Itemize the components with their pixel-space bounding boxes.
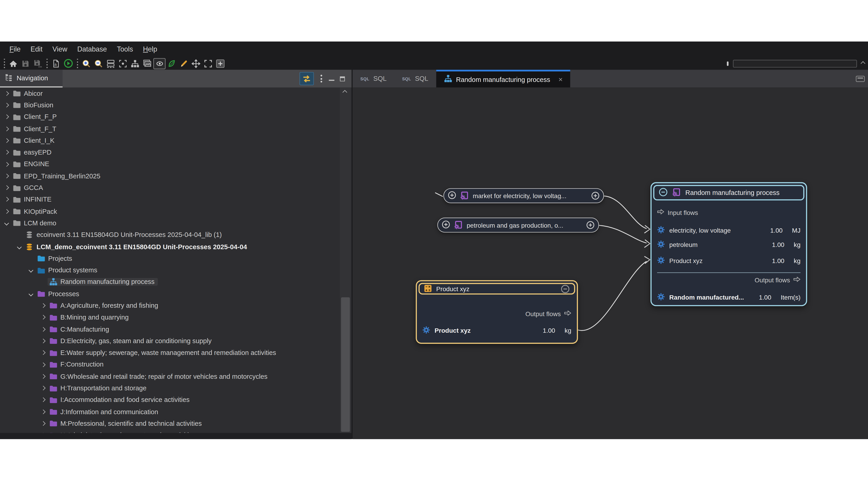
menu-view[interactable]: View	[48, 44, 72, 55]
hierarchy-icon[interactable]	[129, 58, 141, 69]
flow-row[interactable]: Random manufactured...1.00Item(s)	[652, 292, 806, 303]
tree-item[interactable]: KIOptiPack	[0, 205, 339, 217]
tree-chevron-icon[interactable]	[2, 115, 11, 118]
expand-right-icon[interactable]	[586, 221, 594, 229]
tree-chevron-icon[interactable]	[2, 174, 11, 178]
tree-chevron-icon[interactable]	[27, 292, 35, 296]
drag-handle-icon[interactable]	[727, 61, 728, 66]
scrollbar-thumb[interactable]	[341, 297, 350, 432]
tree-item[interactable]: Abicor	[0, 87, 339, 99]
node-header[interactable]: Random manufacturing process	[653, 185, 804, 201]
flow-row[interactable]: electricity, low voltage1.00MJ	[652, 225, 806, 236]
scrollbar-up-icon[interactable]	[343, 90, 347, 95]
edit-icon[interactable]	[178, 58, 190, 69]
tree-item[interactable]: F:Construction	[0, 359, 339, 370]
collapse-icon[interactable]	[659, 187, 668, 198]
tree-chevron-icon[interactable]	[2, 221, 11, 225]
tree-item[interactable]: Client_F_P	[0, 111, 339, 123]
flow-row[interactable]: Product xyz1.00kg	[417, 325, 577, 336]
editor-tab-random-manufacturing-process[interactable]: Random manufacturing process×	[436, 70, 570, 87]
tree-item[interactable]: I:Accommodation and food service activit…	[0, 394, 339, 406]
add-icon[interactable]	[214, 58, 226, 69]
maximize-panel-icon[interactable]	[340, 76, 345, 81]
tree-chevron-icon[interactable]	[2, 186, 11, 189]
move-icon[interactable]	[190, 58, 202, 69]
tree-item[interactable]: N:Administrative and support service act…	[0, 429, 339, 433]
tree-item[interactable]: Product systems	[0, 264, 339, 276]
tree-item[interactable]: D:Electricity, gas, steam and air condit…	[0, 335, 339, 347]
tree-item[interactable]: C:Manufacturing	[0, 323, 339, 335]
close-tab-icon[interactable]: ×	[558, 76, 563, 84]
tree-chevron-icon[interactable]	[2, 162, 11, 166]
tree-item[interactable]: G:Wholesale and retail trade; repair of …	[0, 370, 339, 382]
tree-chevron-icon[interactable]	[39, 375, 48, 378]
tree-item[interactable]: E:Water supply; sewerage, waste manageme…	[0, 347, 339, 359]
tree-chevron-icon[interactable]	[2, 151, 11, 154]
tree-chevron-icon[interactable]	[2, 210, 11, 213]
tree-item[interactable]: A:Agriculture, forestry and fishing	[0, 300, 339, 311]
export-report-icon[interactable]: a	[50, 58, 62, 69]
tree-chevron-icon[interactable]	[2, 198, 11, 201]
zoom-out-icon[interactable]	[92, 58, 104, 69]
tree-vertical-scrollbar[interactable]	[340, 87, 351, 433]
save-all-icon[interactable]	[32, 58, 44, 69]
tab-navigation[interactable]: Navigation	[0, 70, 63, 87]
tree-item[interactable]: INFINITE	[0, 193, 339, 205]
home-icon[interactable]	[7, 58, 20, 69]
expand-left-icon[interactable]	[448, 191, 456, 201]
tree-item[interactable]: Projects	[0, 252, 339, 264]
menu-tools[interactable]: Tools	[112, 44, 138, 55]
editor-tab-sql[interactable]: SQLSQL	[394, 70, 436, 87]
menu-edit[interactable]: Edit	[26, 44, 48, 55]
flow-row[interactable]: Product xyz1.00kg	[652, 255, 806, 266]
center-focus-icon[interactable]	[117, 58, 129, 69]
save-icon[interactable]	[19, 58, 32, 69]
tree-item[interactable]: EPD_Training_Berlin2025	[0, 170, 339, 182]
tree-chevron-icon[interactable]	[39, 304, 48, 307]
tree-item[interactable]: Processes	[0, 288, 339, 300]
zoom-in-icon[interactable]	[80, 58, 93, 69]
tree-chevron-icon[interactable]	[39, 422, 48, 425]
node-market-electricity[interactable]: market for electricity, low voltag...	[443, 188, 604, 203]
tree-chevron-icon[interactable]	[2, 139, 11, 142]
tree-item[interactable]: easyEPD	[0, 146, 339, 158]
tree-item[interactable]: B:Mining and quarrying	[0, 311, 339, 323]
tree-item[interactable]: Client_F_T	[0, 123, 339, 134]
toolbar-overflow-icon[interactable]	[861, 61, 865, 66]
tree-item[interactable]: GCCA	[0, 182, 339, 193]
sustainability-icon[interactable]	[165, 58, 178, 69]
tree-chevron-icon[interactable]	[2, 127, 11, 130]
tree-chevron-icon[interactable]	[27, 269, 35, 272]
menu-database[interactable]: Database	[72, 44, 112, 55]
model-graph-canvas[interactable]: market for electricity, low voltag... pe…	[353, 87, 868, 439]
node-petroleum-production[interactable]: petroleum and gas production, o...	[437, 218, 599, 233]
link-with-editor-button[interactable]	[300, 72, 314, 85]
show-elements-icon[interactable]	[153, 58, 166, 69]
tree-chevron-icon[interactable]	[39, 316, 48, 319]
tree-horizontal-scrollbar[interactable]	[0, 433, 351, 439]
minimize-editor-icon[interactable]	[856, 76, 865, 82]
layout-icon[interactable]	[104, 58, 117, 69]
collapse-icon[interactable]	[561, 284, 569, 293]
tree-item[interactable]: J:Information and communication	[0, 406, 339, 418]
expand-right-icon[interactable]	[591, 191, 599, 200]
tree-chevron-icon[interactable]	[39, 339, 48, 342]
fullscreen-icon[interactable]	[202, 58, 214, 69]
tree-chevron-icon[interactable]	[39, 351, 48, 354]
tree-item[interactable]: M:Professional, scientific and technical…	[0, 418, 339, 429]
tree-item[interactable]: BioFusion	[0, 99, 339, 111]
menu-help[interactable]: Help	[138, 44, 162, 55]
expand-left-icon[interactable]	[442, 220, 450, 230]
tree-item[interactable]: LCM_demo_ecoinvent 3.11 EN15804GD Unit-P…	[0, 241, 339, 252]
editor-tab-sql[interactable]: SQLSQL	[353, 70, 394, 87]
tree-chevron-icon[interactable]	[39, 387, 48, 390]
node-product-xyz[interactable]: Product xyz Output flows Product xyz1.00…	[416, 280, 578, 344]
view-menu-icon[interactable]	[319, 75, 323, 82]
tree-chevron-icon[interactable]	[15, 245, 24, 248]
tree-chevron-icon[interactable]	[39, 410, 48, 413]
tree-item[interactable]: LCM demo	[0, 217, 339, 229]
tree-chevron-icon[interactable]	[2, 103, 11, 107]
quick-access-bar[interactable]	[733, 59, 857, 67]
tree-chevron-icon[interactable]	[2, 92, 11, 95]
minimize-panel-icon[interactable]	[329, 80, 334, 81]
